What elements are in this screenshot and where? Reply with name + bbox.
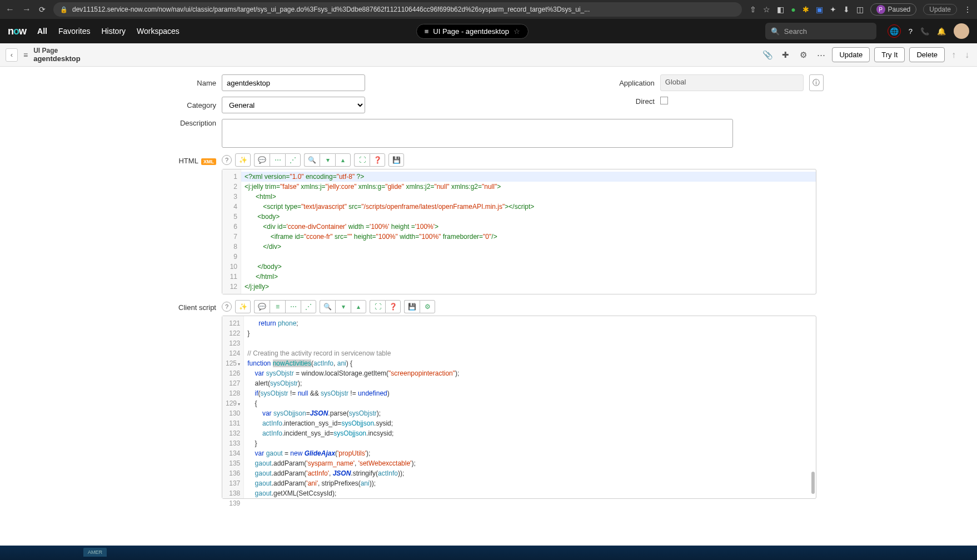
more-icon[interactable]: ⋯ xyxy=(814,48,828,62)
profile-paused[interactable]: P Paused xyxy=(870,3,917,16)
client-search-icon[interactable]: 🔍 xyxy=(320,300,335,313)
form-area: Name Application Global ⓘ Category Gener… xyxy=(138,67,839,507)
attachment-icon[interactable]: 📎 xyxy=(761,48,774,62)
tree-icon[interactable]: ⋯ xyxy=(270,153,285,167)
prev-record-icon[interactable]: ↑ xyxy=(949,50,958,60)
fullscreen-icon[interactable]: ⛶ xyxy=(354,153,370,167)
tryit-button[interactable]: Try It xyxy=(874,47,905,62)
client-fullscreen-icon[interactable]: ⛶ xyxy=(370,300,385,313)
html-editor-section: HTML XML ? ✨ 💬 ⋯ ⋰ 🔍 ▾ ▴ ⛶ ❓ xyxy=(161,153,816,294)
category-select[interactable]: General xyxy=(222,97,365,113)
format-icon[interactable]: ✨ xyxy=(235,153,251,167)
download-icon[interactable]: ⬇ xyxy=(843,5,850,14)
client-tree-icon[interactable]: ⋯ xyxy=(285,300,301,313)
description-input[interactable] xyxy=(222,119,733,148)
list-icon: ≡ xyxy=(425,27,429,36)
help2-icon[interactable]: ❓ xyxy=(370,153,385,167)
save-icon[interactable]: 💾 xyxy=(388,153,404,167)
bell-icon[interactable]: 🔔 xyxy=(937,27,946,36)
nav-back-icon[interactable]: ← xyxy=(6,4,14,14)
ext-icon-4[interactable]: ▣ xyxy=(816,5,823,14)
name-label: Name xyxy=(161,79,216,87)
favorite-star-icon[interactable]: ☆ xyxy=(514,27,520,36)
client-code-editor[interactable]: 121122123124125 ▾126127128129 ▾130131132… xyxy=(222,316,816,499)
client-toolbar: ? ✨ 💬 ≡ ⋯ ⋰ 🔍 ▾ ▴ ⛶ ❓ 💾 xyxy=(222,300,816,313)
user-avatar[interactable] xyxy=(954,23,969,39)
reload-icon[interactable]: ⟳ xyxy=(39,5,46,14)
browser-update-button[interactable]: Update xyxy=(923,4,957,15)
kebab-icon[interactable]: ⋮ xyxy=(964,5,971,14)
html-toolbar: ? ✨ 💬 ⋯ ⋰ 🔍 ▾ ▴ ⛶ ❓ 💾 xyxy=(222,153,816,167)
comment-icon[interactable]: 💬 xyxy=(254,153,270,167)
html-label: HTML xyxy=(178,157,198,165)
globe-icon[interactable]: 🌐 xyxy=(888,24,901,38)
personalize-icon[interactable]: ✚ xyxy=(779,48,792,62)
xml-badge: XML xyxy=(201,158,216,165)
client-help-icon[interactable]: ? xyxy=(222,302,232,312)
application-info-icon[interactable]: ⓘ xyxy=(809,74,824,91)
application-value: Global xyxy=(660,74,804,91)
ext-icon-1[interactable]: ◧ xyxy=(777,5,784,14)
description-label: Description xyxy=(161,119,216,127)
star-icon[interactable]: ☆ xyxy=(763,5,770,14)
lock-icon: 🔒 xyxy=(60,6,68,13)
client-align-icon[interactable]: ≡ xyxy=(270,300,285,313)
nav-workspaces[interactable]: Workspaces xyxy=(137,27,180,36)
client-editor-section: Client script ? ✨ 💬 ≡ ⋯ ⋰ 🔍 ▾ ▴ ⛶ xyxy=(161,300,816,499)
profile-avatar-icon: P xyxy=(876,5,885,14)
delete-button[interactable]: Delete xyxy=(909,47,945,62)
nav-favorites[interactable]: Favorites xyxy=(58,27,91,36)
client-save-icon[interactable]: 💾 xyxy=(404,300,420,313)
chevron-down-icon[interactable]: ▾ xyxy=(320,153,335,167)
record-title: UI Page agentdesktop xyxy=(33,47,755,63)
client-tree2-icon[interactable]: ⋰ xyxy=(301,300,316,313)
client-down-icon[interactable]: ▾ xyxy=(335,300,351,313)
share-icon[interactable]: ⇧ xyxy=(750,5,756,14)
context-pill[interactable]: ≡ UI Page - agentdesktop ☆ xyxy=(416,24,529,39)
help-icon[interactable]: ? xyxy=(909,27,913,36)
nav-forward-icon[interactable]: → xyxy=(22,4,31,14)
html-help-icon[interactable]: ? xyxy=(222,155,232,165)
direct-label: Direct xyxy=(599,97,655,106)
chevron-up-icon[interactable]: ▴ xyxy=(335,153,351,167)
settings-icon[interactable]: ⚙ xyxy=(796,48,810,62)
client-run-icon[interactable]: ⚙ xyxy=(420,300,435,313)
scrollbar[interactable] xyxy=(811,472,815,494)
tree2-icon[interactable]: ⋰ xyxy=(285,153,301,167)
now-logo[interactable]: now xyxy=(8,26,26,37)
name-input[interactable] xyxy=(222,74,365,91)
ext-icon-3[interactable]: ✱ xyxy=(802,5,809,14)
next-record-icon[interactable]: ↓ xyxy=(963,50,971,60)
html-code-editor[interactable]: 123456789101112 <?xml version="1.0" enco… xyxy=(222,169,816,294)
application-label: Application xyxy=(599,79,655,87)
phone-icon[interactable]: 📞 xyxy=(920,27,929,36)
form-menu-icon[interactable]: ≡ xyxy=(23,51,28,59)
client-comment-icon[interactable]: 💬 xyxy=(254,300,270,313)
browser-chrome: ← → ⟳ 🔒 dev111512.service-now.com/now/na… xyxy=(0,0,977,19)
record-header: ‹ ≡ UI Page agentdesktop 📎 ✚ ⚙ ⋯ Update … xyxy=(0,43,977,67)
nav-history[interactable]: History xyxy=(101,27,126,36)
url-bar[interactable]: 🔒 dev111512.service-now.com/now/nav/ui/c… xyxy=(53,2,742,17)
now-nav: now All Favorites History Workspaces ≡ U… xyxy=(0,19,977,43)
client-up-icon[interactable]: ▴ xyxy=(351,300,366,313)
direct-checkbox[interactable] xyxy=(660,97,668,104)
nav-all[interactable]: All xyxy=(37,27,47,36)
search-code-icon[interactable]: 🔍 xyxy=(304,153,320,167)
client-format-icon[interactable]: ✨ xyxy=(235,300,251,313)
back-button[interactable]: ‹ xyxy=(6,48,18,62)
client-label: Client script xyxy=(178,303,216,312)
global-search[interactable]: 🔍 Search xyxy=(765,23,876,39)
search-icon: 🔍 xyxy=(771,27,780,36)
ext-icon-2[interactable]: ● xyxy=(791,5,795,14)
update-button[interactable]: Update xyxy=(832,47,870,62)
extensions-icon[interactable]: ✦ xyxy=(830,5,836,14)
panel-icon[interactable]: ◫ xyxy=(856,5,864,14)
client-help2-icon[interactable]: ❓ xyxy=(385,300,401,313)
url-text: dev111512.service-now.com/now/nav/ui/cla… xyxy=(72,6,590,13)
category-label: Category xyxy=(161,101,216,109)
